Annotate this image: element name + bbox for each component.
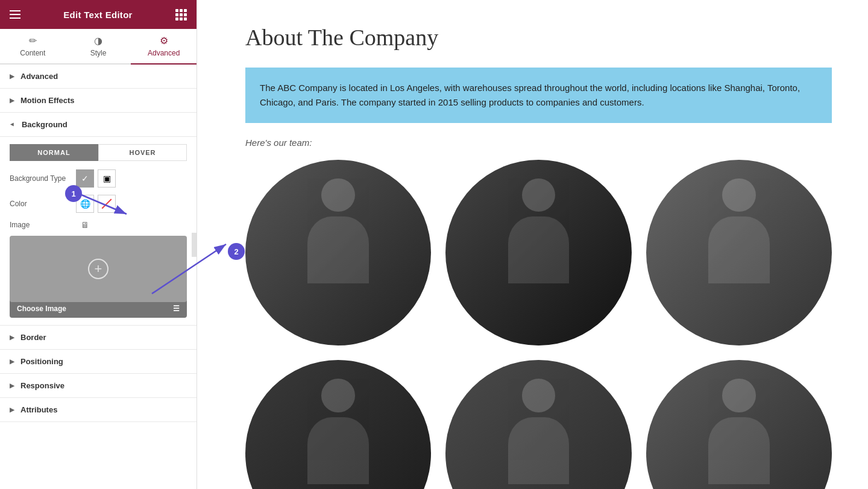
bg-type-gradient-icon: ▣ bbox=[103, 174, 111, 183]
section-motion-effects[interactable]: ▶ Motion Effects bbox=[0, 89, 197, 113]
hamburger-menu-icon[interactable] bbox=[10, 10, 20, 19]
color-none-btn[interactable] bbox=[98, 195, 116, 213]
bg-toggle-tabs: NORMAL HOVER bbox=[10, 144, 187, 161]
annotation-2: 2 bbox=[228, 243, 245, 260]
right-content: About The Company The ABC Company is loc… bbox=[197, 0, 868, 489]
toggle-normal-label: NORMAL bbox=[37, 149, 70, 156]
team-photo-2 bbox=[445, 160, 631, 345]
background-content: NORMAL HOVER Background Type ✓ ▣ bbox=[0, 137, 197, 326]
background-label: Background bbox=[22, 120, 68, 129]
bg-type-classic-icon: ✓ bbox=[81, 174, 89, 183]
team-photo-5 bbox=[445, 360, 631, 489]
tab-style-label: Style bbox=[90, 49, 107, 57]
team-photo-1 bbox=[245, 160, 431, 345]
tab-advanced[interactable]: ⚙ Advanced bbox=[131, 29, 197, 65]
advanced-tab-icon: ⚙ bbox=[160, 35, 168, 46]
info-box: The ABC Company is located in Los Angele… bbox=[245, 68, 832, 123]
advanced-arrow: ▶ bbox=[10, 73, 14, 80]
apps-grid-icon[interactable] bbox=[175, 9, 187, 21]
image-upload-wrapper: + Choose Image ☰ bbox=[10, 236, 187, 318]
tab-style[interactable]: ◑ Style bbox=[66, 29, 131, 65]
border-label: Border bbox=[20, 333, 46, 342]
left-panel: Edit Text Editor ✏ Content ◑ Style ⚙ Adv… bbox=[0, 0, 197, 489]
attributes-label: Attributes bbox=[20, 405, 57, 414]
positioning-arrow: ▶ bbox=[10, 358, 14, 365]
section-advanced[interactable]: ▶ Advanced bbox=[0, 65, 197, 89]
section-attributes[interactable]: ▶ Attributes bbox=[0, 398, 197, 422]
team-photo-3 bbox=[646, 160, 832, 345]
choose-image-label: Choose Image bbox=[17, 304, 66, 313]
advanced-label: Advanced bbox=[20, 72, 58, 81]
team-photo-6 bbox=[646, 360, 832, 489]
content-tab-icon: ✏ bbox=[29, 35, 37, 46]
positioning-label: Positioning bbox=[20, 357, 63, 366]
bg-type-classic-btn[interactable]: ✓ bbox=[76, 169, 94, 188]
monitor-icon: 🖥 bbox=[81, 220, 89, 230]
team-grid bbox=[245, 160, 832, 489]
bg-type-gradient-btn[interactable]: ▣ bbox=[98, 169, 116, 188]
toggle-hover[interactable]: HOVER bbox=[98, 144, 187, 161]
toggle-hover-label: HOVER bbox=[129, 149, 156, 156]
color-picker-area: 🌐 bbox=[76, 195, 116, 213]
image-upload-box[interactable]: + bbox=[10, 236, 187, 302]
toggle-normal[interactable]: NORMAL bbox=[10, 144, 98, 161]
motion-effects-arrow: ▶ bbox=[10, 97, 14, 104]
page-title: About The Company bbox=[245, 24, 832, 51]
bg-image-label: Image bbox=[10, 221, 76, 229]
tab-advanced-label: Advanced bbox=[148, 49, 180, 57]
bg-color-row: Color 🌐 bbox=[10, 195, 187, 213]
background-arrow: ▼ bbox=[9, 122, 16, 128]
info-text: The ABC Company is located in Los Angele… bbox=[260, 81, 817, 110]
panel-title: Edit Text Editor bbox=[63, 10, 133, 20]
tab-content-label: Content bbox=[20, 49, 45, 57]
style-tab-icon: ◑ bbox=[94, 35, 102, 46]
team-photo-4 bbox=[245, 360, 431, 489]
choose-image-menu-icon: ☰ bbox=[173, 304, 180, 313]
responsive-label: Responsive bbox=[20, 381, 64, 390]
section-positioning[interactable]: ▶ Positioning bbox=[0, 350, 197, 374]
panel-collapse-toggle[interactable]: ‹ bbox=[192, 233, 197, 257]
section-background[interactable]: ▼ Background bbox=[0, 113, 197, 137]
bg-image-label-row: Image 🖥 bbox=[10, 220, 187, 230]
add-image-icon: + bbox=[88, 259, 108, 279]
bg-type-row: Background Type ✓ ▣ bbox=[10, 169, 187, 188]
bg-color-label: Color bbox=[10, 200, 76, 208]
motion-effects-label: Motion Effects bbox=[20, 96, 75, 105]
responsive-arrow: ▶ bbox=[10, 382, 14, 389]
panel-tabs: ✏ Content ◑ Style ⚙ Advanced bbox=[0, 29, 197, 65]
panel-header: Edit Text Editor bbox=[0, 0, 197, 29]
border-arrow: ▶ bbox=[10, 334, 14, 341]
tab-content[interactable]: ✏ Content bbox=[0, 29, 66, 65]
section-responsive[interactable]: ▶ Responsive bbox=[0, 374, 197, 398]
panel-content: ▶ Advanced ▶ Motion Effects ▼ Background… bbox=[0, 65, 197, 489]
bg-type-label: Background Type bbox=[10, 174, 76, 183]
bg-type-controls: ✓ ▣ bbox=[76, 169, 116, 188]
attributes-arrow: ▶ bbox=[10, 406, 14, 413]
annotation-1: 1 bbox=[65, 185, 82, 202]
choose-image-bar[interactable]: Choose Image ☰ bbox=[10, 300, 187, 318]
team-label: Here's our team: bbox=[245, 137, 832, 148]
annotation-2-wrapper: 2 bbox=[228, 243, 245, 260]
section-border[interactable]: ▶ Border bbox=[0, 326, 197, 350]
